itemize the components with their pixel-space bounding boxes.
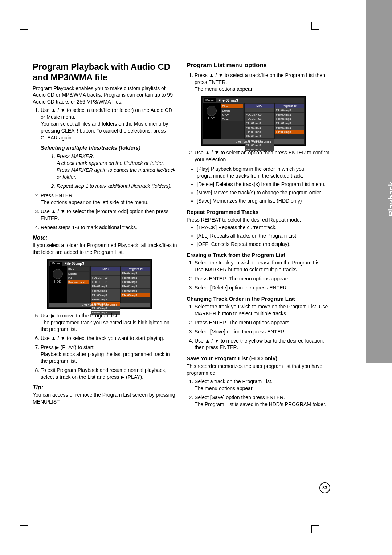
shot1-mid-0: .. xyxy=(91,271,120,275)
shot1-hdd-label: HDD xyxy=(49,280,67,283)
page: Playback Program Playback with Audio CD … xyxy=(0,0,392,555)
content-columns: Program Playback with Audio CD and MP3/W… xyxy=(33,62,334,411)
shot2-r1: File 05.mp3 xyxy=(275,113,304,117)
hdd-icon xyxy=(53,269,63,279)
r-step-1: Press ▲ / ▼ to select a track/file on th… xyxy=(195,72,332,93)
shot1-mid-8: File 06.mp3 xyxy=(91,306,120,310)
shot1-r2: File 06.mp3 xyxy=(121,280,150,284)
c4: Use ▲ / ▼ to move the yellow bar to the … xyxy=(195,337,332,351)
step-5b: The programmed track you selected last i… xyxy=(41,320,170,332)
r1a: Press ▲ / ▼ to select a track/file on th… xyxy=(195,72,325,85)
opt-save: [Save] Memorizes the program list. (HDD … xyxy=(197,198,332,204)
step-8: To exit Program Playback and resume norm… xyxy=(41,367,178,381)
left-column: Program Playback with Audio CD and MP3/W… xyxy=(33,62,178,411)
s1: Select a track on the Program List. The … xyxy=(195,378,332,392)
right-heading: Program List menu options xyxy=(187,62,332,69)
c2: Press ENTER. The menu options appears xyxy=(195,319,332,326)
rb-off: [OFF] Cancels Repeat mode (no display). xyxy=(197,241,332,248)
crop-mark-top-right xyxy=(311,22,319,30)
shot1-prog-hdr: Program list xyxy=(121,267,150,271)
repeat-bullets: [TRACK] Repeats the current track. [ALL]… xyxy=(187,224,332,248)
shot2-mid-2: FOLDER 01 xyxy=(245,117,274,121)
shot1-menu-column: Play Delete Edit Program add xyxy=(67,266,90,303)
opt-delete: [Delete] Deletes the track(s) from the P… xyxy=(197,181,332,188)
ui-screenshot-1: Music File 05.mp3 HDD Play Delete Edit P… xyxy=(47,259,152,309)
shot2-menu-play: Play xyxy=(221,104,243,108)
crop-mark-bottom-right xyxy=(311,525,319,533)
s2: Select [Save] option then press ENTER. T… xyxy=(195,394,332,408)
shot2-r2: File 06.mp3 xyxy=(275,117,304,121)
shot2-r5: File 03.mp3 xyxy=(275,130,304,134)
sel-1b: A check mark appears on the file/track o… xyxy=(57,160,176,180)
step-7b: Playback stops after playing the last pr… xyxy=(41,351,170,364)
rb-track: [TRACK] Repeats the current track. xyxy=(197,224,332,231)
shot1-mid-4: File 02.mp3 xyxy=(91,289,120,293)
crop-mark-top-left xyxy=(20,22,28,30)
selecting-heading: Selecting multiple files/tracks (folders… xyxy=(41,144,178,151)
step-7a: Press ▶ (PLAY) to start. xyxy=(41,344,95,350)
step-2a: Press ENTER. xyxy=(41,193,74,198)
shot2-music-label: Music xyxy=(204,98,216,102)
tip-paragraph: You can access or remove the Program Lis… xyxy=(33,392,178,405)
s1b: The menu options appear. xyxy=(195,385,254,391)
right-ol-1: Press ▲ / ▼ to select a track/file on th… xyxy=(187,72,332,93)
note-heading: Note: xyxy=(33,235,178,241)
shot2-mid-5: File 03.mp3 xyxy=(245,130,274,134)
shot2-title: File 03.mp3 xyxy=(216,98,303,102)
shot1-program-column: Program list File 04.mp3 File 05.mp3 Fil… xyxy=(121,266,150,303)
shot1-mid-6: File 04.mp3 xyxy=(91,297,120,301)
erase-heading: Erasing a Track from the Program List xyxy=(187,252,332,258)
shot2-hdd-label: HDD xyxy=(203,117,221,120)
repeat-p: Press REPEAT to select the desired Repea… xyxy=(187,216,332,223)
shot1-menu-delete: Delete xyxy=(68,272,89,276)
rb-all: [ALL] Repeats all tracks on the Program … xyxy=(197,232,332,239)
shot1-file-column: MP3 .. FOLDER 00 FOLDER 01 File 01.mp3 F… xyxy=(91,266,120,303)
shot1-tab: MP3 xyxy=(91,267,120,271)
shot2-r0: File 04.mp3 xyxy=(275,108,304,112)
save-heading: Save Your Program List (HDD only) xyxy=(187,355,332,361)
shot2-program-column: Program list File 04.mp3 File 05.mp3 Fil… xyxy=(275,103,304,139)
opt-move: [Move] Moves the track(s) to change the … xyxy=(197,189,332,196)
sel-step-2: Repeat step 1 to mark additional file/tr… xyxy=(57,183,178,190)
shot2-mid-4: File 02.mp3 xyxy=(245,126,274,130)
shot2-r4: File 02.mp3 xyxy=(275,126,304,130)
shot2-menu-column: Play Delete Move Save xyxy=(221,103,244,139)
r1b: The menu options appear. xyxy=(195,86,254,92)
shot1-menu-play: Play xyxy=(68,267,89,271)
step-4: Repeat steps 1-3 to mark additional trac… xyxy=(41,224,178,231)
side-tab-bar: Playback xyxy=(366,0,392,363)
shot2-mid-0: .. xyxy=(245,108,274,112)
shot1-music-label: Music xyxy=(50,262,62,266)
ui-screenshot-2: Music File 03.mp3 HDD Play Delete Move S… xyxy=(201,96,306,146)
shot2-mid-1: FOLDER 00 xyxy=(245,113,274,117)
shot2-file-column: MP3 .. FOLDER 00 FOLDER 01 File 01.mp3 F… xyxy=(245,103,274,139)
shot1-r4: File 02.mp3 xyxy=(121,289,150,293)
ordered-list-2: Use ▶ to move to the Program list. The p… xyxy=(33,312,178,381)
page-number: 33 xyxy=(319,482,330,493)
shot1-menu-programadd: Program add xyxy=(68,280,89,284)
shot2-mid-3: File 01.mp3 xyxy=(245,121,274,125)
selecting-sublist: Press MARKER. A check mark appears on th… xyxy=(49,153,178,189)
shot1-mid-1: FOLDER 00 xyxy=(91,276,120,280)
change-list: Select the track you wish to move on the… xyxy=(187,303,332,351)
hdd-icon-2 xyxy=(207,106,217,116)
step-6: Use ▲ / ▼ to select the track you want t… xyxy=(41,335,178,342)
shot2-mid-8: File 06.mp3 xyxy=(245,143,274,147)
shot2-tab: MP3 xyxy=(245,104,274,108)
intro-paragraph: Program Playback enables you to make cus… xyxy=(33,85,178,106)
main-heading: Program Playback with Audio CD and MP3/W… xyxy=(33,62,178,83)
shot1-r3: File 01.mp3 xyxy=(121,284,150,288)
step-2b: The options appear on the left side of t… xyxy=(41,199,148,205)
ordered-list-1: Use ▲ / ▼ to select a track/file (or fol… xyxy=(33,107,178,231)
save-p: This recorder memorizes the user program… xyxy=(187,363,332,377)
shot1-left-panel: HDD xyxy=(49,266,67,303)
shot1-menu-edit: Edit xyxy=(68,276,89,280)
s2a: Select [Save] option then press ENTER. xyxy=(195,394,285,400)
erase-list: Select the track you wish to erase from … xyxy=(187,259,332,291)
shot2-menu-move: Move xyxy=(221,113,243,117)
step-7: Press ▶ (PLAY) to start. Playback stops … xyxy=(41,344,178,365)
shot1-mid-5: File 03.mp3 xyxy=(91,293,120,297)
shot2-prog-hdr: Program list xyxy=(275,104,304,108)
opt-play: [Play] Playback begins in the order in w… xyxy=(197,166,332,179)
shot1-r0: File 04.mp3 xyxy=(121,271,150,275)
